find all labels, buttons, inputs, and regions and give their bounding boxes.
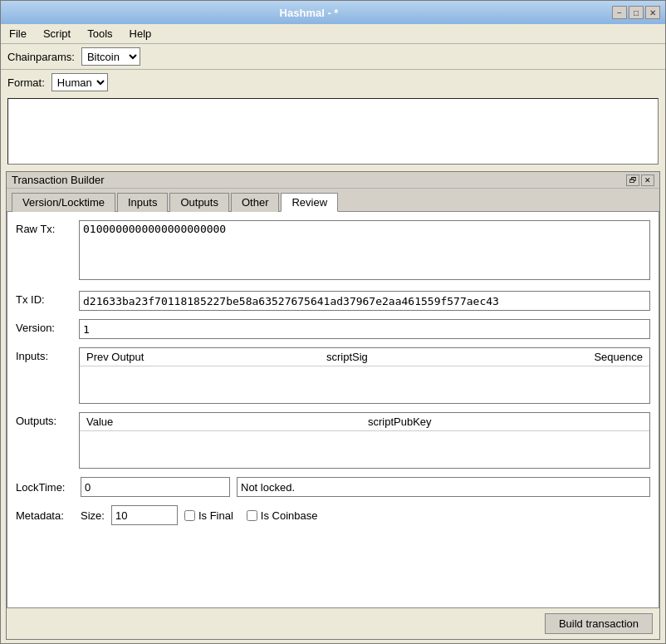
inputs-col-script-sig: scriptSig — [323, 350, 563, 364]
tab-outputs[interactable]: Outputs — [169, 193, 229, 212]
is-coinbase-item: Is Coinbase — [247, 509, 318, 522]
footer: Build transaction — [7, 608, 659, 639]
menu-help[interactable]: Help — [125, 26, 157, 42]
outputs-col-value: Value — [83, 415, 365, 429]
outputs-table-header: Value scriptPubKey — [80, 413, 649, 431]
tabs-container: Version/Locktime Inputs Outputs Other Re… — [7, 189, 659, 211]
transaction-builder-header: Transaction Builder 🗗 ✕ — [7, 172, 659, 189]
inputs-row: Inputs: Prev Output scriptSig Sequence — [16, 347, 650, 404]
build-transaction-button[interactable]: Build transaction — [545, 613, 653, 634]
outputs-label: Outputs: — [16, 412, 74, 427]
outputs-col-script-pubkey: scriptPubKey — [365, 415, 646, 429]
version-value-container — [79, 319, 650, 339]
locktime-label: LockTime: — [16, 481, 74, 494]
outputs-row: Outputs: Value scriptPubKey — [16, 412, 650, 469]
minimize-button[interactable]: − — [612, 6, 627, 19]
menu-file[interactable]: File — [4, 26, 32, 42]
raw-tx-value-container — [79, 220, 650, 283]
chainparams-label: Chainparams: — [7, 51, 75, 63]
raw-tx-textarea[interactable] — [79, 220, 650, 280]
is-final-label: Is Final — [198, 509, 233, 522]
tab-version-locktime[interactable]: Version/Locktime — [12, 193, 115, 212]
chainparams-toolbar: Chainparams: Bitcoin Testnet Regtest — [1, 44, 665, 70]
restore-button[interactable]: □ — [629, 6, 644, 19]
inputs-table-header: Prev Output scriptSig Sequence — [80, 348, 649, 366]
inputs-label: Inputs: — [16, 347, 74, 362]
is-coinbase-label: Is Coinbase — [261, 509, 318, 522]
inputs-col-prev-output: Prev Output — [83, 350, 323, 364]
tab-inputs[interactable]: Inputs — [117, 193, 168, 212]
locktime-status: Not locked. — [237, 477, 650, 497]
menu-script[interactable]: Script — [38, 26, 76, 42]
tx-id-value-container — [79, 291, 650, 311]
tb-controls: 🗗 ✕ — [626, 175, 654, 186]
main-textarea[interactable] — [8, 99, 658, 164]
transaction-builder-title: Transaction Builder — [12, 174, 105, 186]
inputs-table: Prev Output scriptSig Sequence — [79, 347, 650, 404]
tab-other[interactable]: Other — [231, 193, 280, 212]
chainparams-select[interactable]: Bitcoin Testnet Regtest — [81, 47, 140, 66]
inputs-col-sequence: Sequence — [563, 350, 646, 364]
menu-bar: File Script Tools Help — [1, 24, 665, 44]
tx-id-field[interactable] — [79, 291, 650, 311]
metadata-label: Metadata: — [16, 509, 74, 522]
is-final-item: Is Final — [184, 509, 233, 522]
locktime-field[interactable] — [81, 477, 230, 497]
title-bar: Hashmal - * − □ ✕ — [1, 1, 665, 24]
size-field[interactable] — [111, 505, 178, 525]
main-input-area — [7, 98, 659, 165]
format-bar: Format: Human Hex — [1, 70, 665, 95]
tb-close-button[interactable]: ✕ — [641, 175, 654, 186]
version-field[interactable] — [79, 319, 650, 339]
tab-review-content: Raw Tx: Tx ID: Version: — [7, 211, 659, 608]
inputs-table-container: Prev Output scriptSig Sequence — [79, 347, 650, 404]
outputs-table: Value scriptPubKey — [79, 412, 650, 469]
outputs-table-container: Value scriptPubKey — [79, 412, 650, 469]
checkbox-group: Is Final Is Coinbase — [184, 509, 318, 522]
main-window: Hashmal - * − □ ✕ File Script Tools Help… — [0, 0, 666, 644]
size-label: Size: — [81, 509, 105, 522]
raw-tx-label: Raw Tx: — [16, 220, 74, 235]
menu-tools[interactable]: Tools — [82, 26, 117, 42]
transaction-builder-panel: Transaction Builder 🗗 ✕ Version/Locktime… — [6, 171, 660, 640]
version-row: Version: — [16, 319, 650, 339]
metadata-row: Metadata: Size: Is Final Is Coinbase — [16, 505, 650, 525]
format-select[interactable]: Human Hex — [51, 73, 108, 91]
tx-id-label: Tx ID: — [16, 291, 74, 306]
window-title: Hashmal - * — [6, 7, 612, 19]
close-button[interactable]: ✕ — [645, 6, 660, 19]
tb-restore-button[interactable]: 🗗 — [626, 175, 639, 186]
tab-review[interactable]: Review — [281, 193, 338, 212]
is-coinbase-checkbox[interactable] — [247, 510, 257, 521]
title-bar-buttons: − □ ✕ — [612, 6, 660, 19]
is-final-checkbox[interactable] — [184, 510, 195, 521]
version-label: Version: — [16, 319, 74, 334]
tx-id-row: Tx ID: — [16, 291, 650, 311]
raw-tx-row: Raw Tx: — [16, 220, 650, 283]
locktime-row: LockTime: Not locked. — [16, 477, 650, 497]
format-label: Format: — [7, 76, 45, 89]
